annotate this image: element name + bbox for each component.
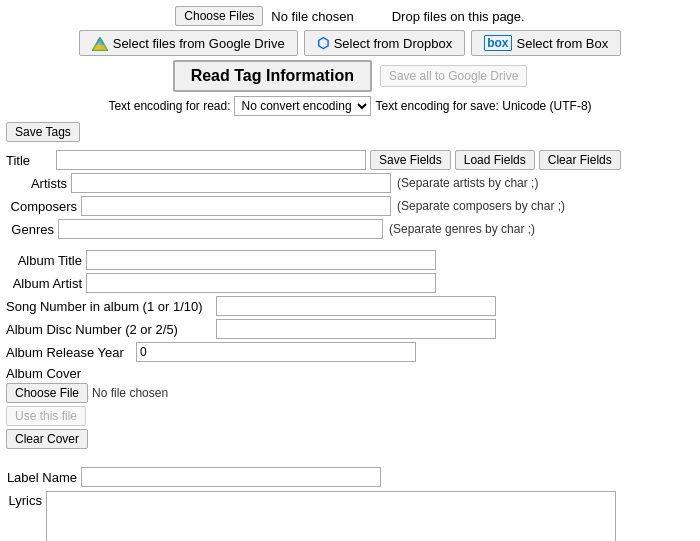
title-input[interactable]: [56, 150, 366, 170]
box-button[interactable]: box Select from Box: [471, 30, 621, 56]
google-drive-button[interactable]: Select files from Google Drive: [79, 30, 298, 56]
no-file-chosen-text: No file chosen: [271, 9, 353, 24]
read-tag-button[interactable]: Read Tag Information: [173, 60, 372, 92]
album-cover-label: Album Cover: [6, 366, 694, 381]
encoding-select[interactable]: No convert encoding UTF-8 ISO-8859-1 Shi…: [234, 96, 371, 116]
use-this-file-button[interactable]: Use this file: [6, 406, 86, 426]
dropbox-icon: ⬡: [317, 35, 329, 51]
album-artist-input[interactable]: [86, 273, 436, 293]
choose-files-button[interactable]: Choose Files: [175, 6, 263, 26]
album-cover-choose-file-button[interactable]: Choose File: [6, 383, 88, 403]
album-disc-label: Album Disc Number (2 or 2/5): [6, 322, 216, 337]
lyrics-textarea[interactable]: [46, 491, 616, 541]
save-all-google-drive-button[interactable]: Save all to Google Drive: [380, 65, 527, 87]
album-disc-input[interactable]: [216, 319, 496, 339]
song-number-label: Song Number in album (1 or 1/10): [6, 299, 216, 314]
dropbox-label: Select from Dropbox: [334, 36, 453, 51]
clear-fields-button[interactable]: Clear Fields: [539, 150, 621, 170]
clear-cover-button[interactable]: Clear Cover: [6, 429, 88, 449]
composers-label: Composers: [6, 199, 81, 214]
artists-hint: (Separate artists by char ;): [397, 176, 538, 190]
album-title-label: Album Title: [6, 253, 86, 268]
genres-label: Genres: [6, 222, 58, 237]
album-artist-label: Album Artist: [6, 276, 86, 291]
encoding-suffix: Text encoding for save: Unicode (UTF-8): [375, 99, 591, 113]
album-release-year-input[interactable]: [136, 342, 416, 362]
lyrics-label: Lyrics: [6, 491, 46, 508]
box-icon: box: [484, 35, 511, 51]
dropbox-button[interactable]: ⬡ Select from Dropbox: [304, 30, 466, 56]
genres-hint: (Separate genres by char ;): [389, 222, 535, 236]
album-release-year-label: Album Release Year: [6, 345, 136, 360]
album-cover-no-file-text: No file chosen: [92, 386, 168, 400]
composers-input[interactable]: [81, 196, 391, 216]
save-fields-button[interactable]: Save Fields: [370, 150, 451, 170]
song-number-input[interactable]: [216, 296, 496, 316]
artists-label: Artists: [6, 176, 71, 191]
google-drive-label: Select files from Google Drive: [113, 36, 285, 51]
label-name-label: Label Name: [6, 470, 81, 485]
load-fields-button[interactable]: Load Fields: [455, 150, 535, 170]
genres-input[interactable]: [58, 219, 383, 239]
title-label: Title: [6, 153, 56, 168]
box-label: Select from Box: [517, 36, 609, 51]
album-title-input[interactable]: [86, 250, 436, 270]
encoding-prefix: Text encoding for read:: [108, 99, 230, 113]
label-name-input[interactable]: [81, 467, 381, 487]
composers-hint: (Separate composers by char ;): [397, 199, 565, 213]
drop-text: Drop files on this page.: [392, 9, 525, 24]
artists-input[interactable]: [71, 173, 391, 193]
google-drive-icon: [92, 35, 108, 51]
save-tags-button[interactable]: Save Tags: [6, 122, 80, 142]
